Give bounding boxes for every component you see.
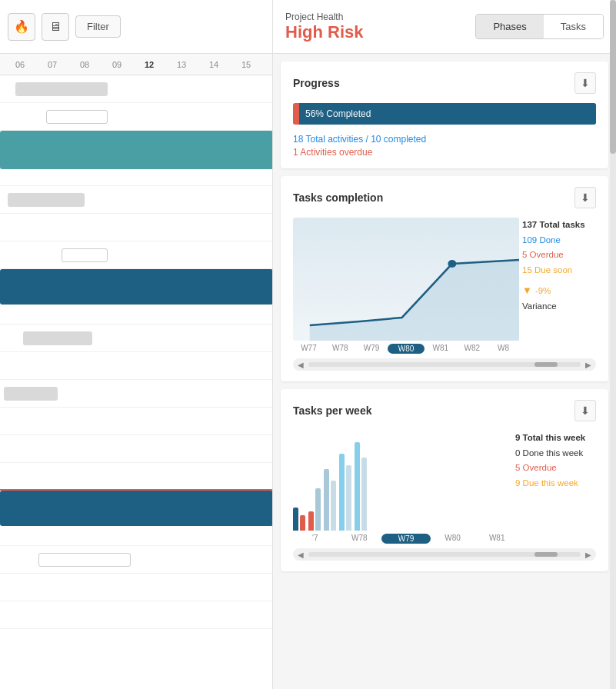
gantt-row bbox=[0, 269, 272, 297]
wbl-w78: W78 bbox=[338, 534, 382, 544]
done-stat: 109 Done bbox=[522, 233, 596, 248]
tasks-per-week-title: Tasks per week bbox=[293, 404, 371, 417]
monitor-button[interactable]: 🖥 bbox=[42, 13, 69, 41]
progress-bar-label: 56% Completed bbox=[305, 108, 371, 119]
weekly-chart-area: 9 Total this week 0 Done this week 5 Ove… bbox=[293, 431, 596, 531]
week-13: 13 bbox=[165, 60, 198, 69]
svg-point-1 bbox=[448, 260, 456, 268]
week-09: 09 bbox=[101, 60, 133, 69]
bar-group-w81 bbox=[355, 442, 367, 531]
tasks-per-week-download[interactable]: ⬇ bbox=[574, 400, 596, 421]
filter-button[interactable]: Filter bbox=[75, 15, 121, 38]
gantt-row bbox=[0, 214, 272, 241]
week-bar-labels: '7 W78 W79 W80 W81 bbox=[293, 534, 596, 544]
variance-pct: -9% bbox=[535, 284, 551, 299]
scroll-left-arrow[interactable]: ◀ bbox=[293, 361, 308, 369]
gantt-row bbox=[0, 380, 272, 408]
wbl-w80: W80 bbox=[431, 534, 475, 544]
weekly-stats: 9 Total this week 0 Done this week 5 Ove… bbox=[515, 431, 596, 491]
gantt-row bbox=[0, 158, 272, 186]
gantt-row bbox=[0, 75, 272, 103]
right-scrollbar[interactable] bbox=[610, 0, 616, 689]
timeline-header: 06 07 08 09 12 13 14 15 bbox=[0, 54, 272, 75]
bar-navy bbox=[293, 508, 298, 531]
bar-sky bbox=[355, 442, 360, 531]
week-12: 12 bbox=[133, 60, 165, 69]
wbl-7: '7 bbox=[293, 534, 338, 544]
scroll-track bbox=[308, 362, 581, 367]
progress-download-button[interactable]: ⬇ bbox=[574, 72, 596, 94]
tasks-tab[interactable]: Tasks bbox=[544, 15, 603, 38]
chart-svg bbox=[293, 218, 519, 341]
tasks-per-week-card: Tasks per week ⬇ bbox=[281, 389, 608, 571]
bar-chart bbox=[293, 431, 444, 531]
gantt-area bbox=[0, 75, 272, 689]
weekly-scroll-right[interactable]: ▶ bbox=[581, 551, 596, 559]
tasks-completion-header: Tasks completion ⬇ bbox=[293, 187, 596, 208]
health-status: High Risk bbox=[285, 22, 363, 42]
bar-very-light bbox=[331, 481, 336, 531]
chart-stats: 137 Total tasks 109 Done 5 Overdue 15 Du… bbox=[522, 218, 596, 315]
scroll-right-arrow[interactable]: ▶ bbox=[581, 361, 596, 369]
tasks-completion-chart: 137 Total tasks 109 Done 5 Overdue 15 Du… bbox=[293, 218, 596, 341]
svg-marker-0 bbox=[310, 260, 519, 341]
gantt-row bbox=[0, 131, 272, 158]
progress-bar-red bbox=[293, 103, 299, 125]
gantt-row bbox=[0, 352, 272, 380]
overdue-text: 1 Activities overdue bbox=[293, 147, 596, 158]
tasks-completion-card: Tasks completion ⬇ 137 Total tasks 109 D… bbox=[281, 176, 608, 381]
week-w79: W79 bbox=[356, 344, 388, 354]
variance-arrow-icon: ▼ bbox=[522, 282, 532, 299]
toolbar: 🔥 🖥 Filter bbox=[0, 0, 272, 54]
gantt-row bbox=[0, 518, 272, 546]
weekly-scroll-track bbox=[308, 552, 581, 557]
flame-button[interactable]: 🔥 bbox=[8, 13, 35, 41]
variance-label: Variance bbox=[522, 299, 596, 315]
week-08: 08 bbox=[68, 60, 101, 69]
bar-sky bbox=[339, 454, 345, 531]
progress-stats: 18 Total activities / 10 completed bbox=[293, 132, 596, 147]
progress-card: Progress ⬇ 56% Completed 18 Total activi… bbox=[281, 62, 608, 168]
right-scrollbar-thumb bbox=[610, 0, 616, 154]
week-w8: W8 bbox=[488, 344, 519, 354]
progress-bar-blue: 56% Completed bbox=[299, 103, 596, 125]
bar-very-light bbox=[361, 458, 367, 531]
wbl-w79-current: W79 bbox=[381, 534, 431, 544]
tasks-completion-download[interactable]: ⬇ bbox=[574, 187, 596, 208]
gantt-row bbox=[0, 297, 272, 325]
gantt-row bbox=[0, 435, 272, 463]
bar-light-blue bbox=[324, 469, 329, 531]
gantt-row bbox=[0, 408, 272, 435]
due-this-week: 9 Due this week bbox=[515, 476, 596, 491]
tasks-completion-chart-wrapper: 137 Total tasks 109 Done 5 Overdue 15 Du… bbox=[293, 218, 596, 371]
phases-tab[interactable]: Phases bbox=[476, 15, 543, 38]
gantt-row bbox=[0, 601, 272, 629]
gantt-row bbox=[0, 574, 272, 601]
week-07: 07 bbox=[36, 60, 68, 69]
gantt-row bbox=[0, 241, 272, 269]
right-panel: Project Health High Risk Phases Tasks Pr… bbox=[273, 0, 616, 689]
weekly-overdue: 5 Overdue bbox=[515, 461, 596, 476]
week-labels: W77 W78 W79 W80 W81 W82 W8 bbox=[293, 344, 596, 354]
bar-coral bbox=[308, 511, 314, 531]
tasks-per-week-scrollbar[interactable]: ◀ ▶ bbox=[293, 548, 596, 561]
tasks-per-week-header: Tasks per week ⬇ bbox=[293, 400, 596, 421]
total-tasks-stat: 137 Total tasks bbox=[522, 218, 596, 233]
tasks-completion-title: Tasks completion bbox=[293, 191, 383, 204]
weekly-scroll-left[interactable]: ◀ bbox=[293, 551, 308, 559]
gantt-panel: 🔥 🖥 Filter 06 07 08 09 12 13 14 15 bbox=[0, 0, 273, 689]
bar-group-w7 bbox=[293, 508, 305, 531]
project-health-header: Project Health High Risk Phases Tasks bbox=[273, 0, 616, 54]
progress-title: Progress bbox=[293, 77, 340, 89]
bar-coral bbox=[300, 515, 305, 531]
progress-card-header: Progress ⬇ bbox=[293, 72, 596, 94]
week-w80-current: W80 bbox=[388, 344, 425, 354]
week-15: 15 bbox=[230, 60, 262, 69]
bar-group-w80 bbox=[339, 454, 351, 531]
week-w81: W81 bbox=[425, 344, 456, 354]
gantt-row bbox=[0, 103, 272, 131]
week-14: 14 bbox=[198, 60, 230, 69]
weekly-chart-wrapper: 9 Total this week 0 Done this week 5 Ove… bbox=[293, 431, 596, 561]
tasks-completion-scrollbar[interactable]: ◀ ▶ bbox=[293, 358, 596, 371]
week-w77: W77 bbox=[293, 344, 325, 354]
